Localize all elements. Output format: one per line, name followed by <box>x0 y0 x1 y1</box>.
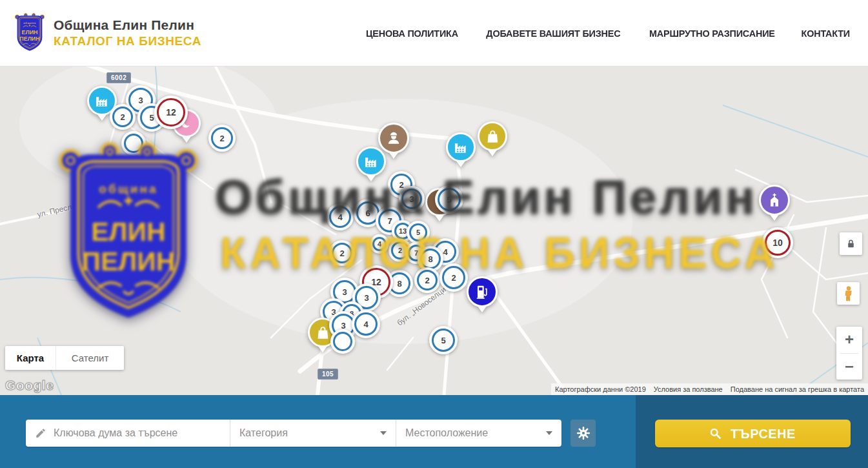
header: община ЕЛИН ПЕЛИН Община Елин Пелин КАТА… <box>0 0 868 66</box>
svg-text:ПЕЛИН: ПЕЛИН <box>82 247 176 276</box>
place-marker[interactable] <box>446 132 476 167</box>
pin-tail <box>389 152 399 159</box>
pin-tail <box>769 214 780 221</box>
category-select[interactable]: Категория <box>230 420 396 447</box>
nav-item-2[interactable]: ДОБАВЕТЕ ВАШИЯТ БИЗНЕС <box>486 28 620 39</box>
pin-tail <box>97 114 107 121</box>
page: община ЕЛИН ПЕЛИН Община Елин Пелин КАТА… <box>0 0 868 468</box>
place-marker[interactable] <box>478 121 507 156</box>
keyword-field[interactable] <box>26 420 230 447</box>
pin-tail <box>456 160 466 167</box>
map-type-control: Карта Сателит <box>5 346 124 370</box>
keyword-input[interactable] <box>54 427 222 439</box>
pegman-button[interactable] <box>837 282 860 305</box>
cluster-count: 2 <box>112 107 133 127</box>
main-nav: ЦЕНОВА ПОЛИТИКАДОБАВЕТЕ ВАШИЯТ БИЗНЕСМАР… <box>364 28 868 39</box>
fuel-pump-icon <box>467 276 498 307</box>
location-select[interactable]: Местоположение <box>396 420 561 447</box>
cluster-marker[interactable] <box>330 329 355 354</box>
svg-text:община: община <box>99 182 157 196</box>
zoom-control: + − <box>836 327 862 380</box>
svg-text:ЕЛИН: ЕЛИН <box>22 29 38 36</box>
cluster-count: 12 <box>157 98 185 127</box>
advanced-search-button[interactable] <box>570 420 596 447</box>
search-submit-area: ТЪРСЕНЕ <box>636 395 868 468</box>
map-attribution: Картографски данни ©2019Условия за ползв… <box>551 383 868 395</box>
search-button-label: ТЪРСЕНЕ <box>730 426 795 442</box>
search-panel: Категория Местоположение <box>0 395 868 468</box>
category-select-label: Категория <box>239 427 288 439</box>
svg-text:ЕЛИН: ЕЛИН <box>91 217 165 247</box>
pencil-icon <box>35 427 46 439</box>
zoom-out-button[interactable]: − <box>836 354 862 380</box>
svg-text:община: община <box>23 21 36 25</box>
watermark-title: Община Елин Пелин <box>215 170 758 225</box>
pin-tail <box>318 345 328 352</box>
location-select-label: Местоположение <box>405 427 488 439</box>
lock-icon <box>845 238 856 249</box>
watermark-crest-icon: община ЕЛИН ПЕЛИН <box>55 139 202 331</box>
gear-icon <box>576 425 591 441</box>
cluster-marker[interactable]: 5 <box>429 326 458 354</box>
cluster-count <box>333 332 352 351</box>
search-fields: Категория Местоположение <box>26 420 561 447</box>
pin-tail <box>477 305 487 312</box>
search-button[interactable]: ТЪРСЕНЕ <box>655 420 851 447</box>
nav-item-4[interactable]: КОНТАКТИ <box>802 28 850 39</box>
chevron-down-icon <box>380 431 387 435</box>
chevron-down-icon <box>546 431 552 435</box>
map-type-map-button[interactable]: Карта <box>5 346 56 370</box>
place-marker[interactable] <box>467 276 498 312</box>
pegman-icon <box>842 285 855 302</box>
nav-item-3[interactable]: МАРШРУТНО РАЗПИСАНИЕ <box>649 28 775 39</box>
watermark-subtitle: КАТАЛОГ НА БИЗНЕСА <box>220 227 779 278</box>
site-logo[interactable]: община ЕЛИН ПЕЛИН Община Елин Пелин КАТА… <box>0 12 201 54</box>
cluster-marker[interactable]: 2 <box>110 104 136 130</box>
map-data-copyright: Картографски данни ©2019 <box>551 385 650 393</box>
lock-button[interactable] <box>840 232 862 255</box>
church-icon <box>759 185 790 216</box>
pin-tail <box>487 149 498 156</box>
search-fields-area: Категория Местоположение <box>0 395 636 468</box>
factory-icon <box>446 132 476 162</box>
cluster-count: 5 <box>432 329 455 352</box>
svg-text:ПЕЛИН: ПЕЛИН <box>19 36 39 42</box>
cluster-count: 2 <box>211 127 233 149</box>
attribution-link[interactable]: Подаване на сигнал за грешка в картата <box>727 385 868 393</box>
attribution-link[interactable]: Условия за ползване <box>650 385 727 393</box>
shopping-bag-icon <box>478 121 507 151</box>
map-type-satellite-button[interactable]: Сателит <box>56 346 124 370</box>
place-marker[interactable] <box>759 185 790 221</box>
cluster-marker[interactable]: 12 <box>154 96 188 129</box>
nav-item-1[interactable]: ЦЕНОВА ПОЛИТИКА <box>366 28 458 39</box>
site-title: Община Елин Пелин <box>54 17 201 33</box>
cluster-marker[interactable]: 2 <box>208 125 236 152</box>
map-canvas[interactable]: 32512223546713542274881222333834510 общи… <box>0 66 868 395</box>
zoom-in-button[interactable]: + <box>836 327 862 353</box>
cluster-count: 4 <box>354 312 378 336</box>
search-icon <box>709 427 722 440</box>
municipality-crest-icon: община ЕЛИН ПЕЛИН <box>14 12 46 54</box>
cluster-marker[interactable]: 4 <box>352 310 380 338</box>
google-logo[interactable]: Google <box>5 378 54 393</box>
site-subtitle: КАТАЛОГ НА БИЗНЕСА <box>54 34 201 48</box>
